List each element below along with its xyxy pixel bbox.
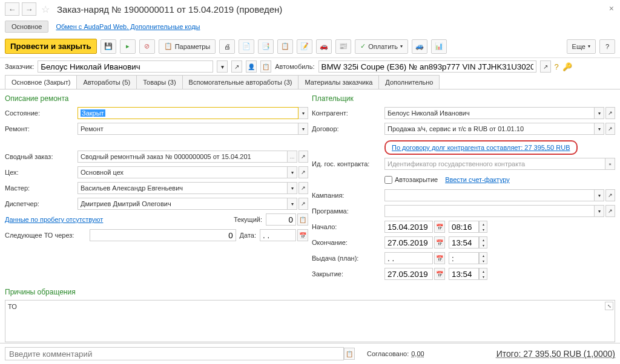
master-open[interactable]: ↗ xyxy=(298,182,308,194)
end-time-spin[interactable]: ▴▾ xyxy=(479,236,487,249)
summary-input[interactable]: Сводный ремонтный заказ № 0000000005 от … xyxy=(78,151,288,163)
total-value[interactable]: Итого: 27 395,50 RUB (1,0000) xyxy=(496,349,615,359)
start-time-input[interactable] xyxy=(449,221,479,233)
issue-time-input[interactable] xyxy=(449,252,479,264)
debt-highlight-box: По договору долг контрагента составляет:… xyxy=(384,140,578,155)
action1-button[interactable]: 📄 xyxy=(239,39,254,54)
car-input[interactable] xyxy=(318,60,536,73)
master-input[interactable]: Васильев Александр Евгеньевич xyxy=(78,182,288,194)
close-calendar[interactable]: 📅 xyxy=(434,268,445,280)
key-icon[interactable]: 🔑 xyxy=(562,62,572,71)
pay-button[interactable]: ✓Оплатить▾ xyxy=(355,39,408,54)
debt-link[interactable]: По договору долг контрагента составляет:… xyxy=(392,144,570,151)
counterparty-open[interactable]: ↗ xyxy=(605,107,615,119)
shop-open[interactable]: ↗ xyxy=(298,166,308,178)
repair-input[interactable]: Ремонт xyxy=(78,123,298,135)
help-button[interactable]: ? xyxy=(599,39,615,54)
customer-icon2[interactable]: 📋 xyxy=(260,60,271,73)
counterparty-dropdown[interactable]: ▾ xyxy=(595,107,604,119)
program-open[interactable]: ↗ xyxy=(605,205,615,217)
favorite-star-icon[interactable]: ☆ xyxy=(39,2,52,16)
tab-works[interactable]: Авторабо​ты (5) xyxy=(76,75,137,89)
nav-forward-button[interactable]: → xyxy=(22,2,36,16)
program-input[interactable] xyxy=(384,205,595,217)
current-calc[interactable]: 📋 xyxy=(297,213,308,226)
comment-input[interactable] xyxy=(5,347,344,360)
contract-dropdown[interactable]: ▾ xyxy=(595,123,604,135)
next-to-input[interactable] xyxy=(90,229,236,241)
close-date-input[interactable] xyxy=(384,268,433,280)
post-and-close-button[interactable]: Провести и закрыть xyxy=(5,39,97,54)
print-button[interactable]: 🖨 xyxy=(219,39,235,54)
tab-aux-works[interactable]: Вспомогательные автоработы (3) xyxy=(182,75,299,89)
tab-additional[interactable]: Дополнительно xyxy=(378,75,440,89)
campaign-open[interactable]: ↗ xyxy=(605,189,615,201)
gov-input[interactable]: Идентификатор государственного контракта xyxy=(384,158,605,170)
reasons-expand[interactable]: ⤡ xyxy=(605,302,613,310)
approved-value[interactable]: 0,00 xyxy=(411,350,424,357)
end-date-input[interactable] xyxy=(384,236,433,249)
issue-date-input[interactable] xyxy=(384,252,433,264)
customer-input[interactable] xyxy=(38,60,213,73)
customer-open-button[interactable]: ▾ xyxy=(217,60,228,73)
contract-input[interactable]: Продажа з/ч, сервис и т/с в RUB от 01.01… xyxy=(384,123,595,135)
action6-button[interactable]: 📰 xyxy=(335,39,351,54)
issue-calendar[interactable]: 📅 xyxy=(434,252,445,264)
repair-dropdown[interactable]: ▾ xyxy=(298,123,308,135)
campaign-dropdown[interactable]: ▾ xyxy=(595,189,604,201)
contract-open[interactable]: ↗ xyxy=(605,123,615,135)
gov-clear[interactable]: × xyxy=(605,158,615,170)
action4-button[interactable]: 📝 xyxy=(297,39,312,54)
action3-button[interactable]: 📋 xyxy=(277,39,293,54)
action8-button[interactable]: 📊 xyxy=(431,39,447,54)
tab-customer-materials[interactable]: Материалы заказчика xyxy=(298,75,379,89)
tab-main[interactable]: Основное xyxy=(5,21,48,33)
issue-time-spin[interactable]: ▴▾ xyxy=(479,252,487,264)
comment-expand[interactable]: 📋 xyxy=(344,348,355,360)
start-time-spin[interactable]: ▴▾ xyxy=(479,221,487,233)
reasons-textarea[interactable]: ТО ⤡ xyxy=(5,300,615,342)
post-button[interactable]: ▸ xyxy=(120,39,136,54)
mileage-link[interactable]: Данные по пробегу отсутствуют xyxy=(5,216,103,223)
close-time-input[interactable] xyxy=(449,268,479,280)
nav-back-button[interactable]: ← xyxy=(5,2,19,16)
customer-icon1[interactable]: 👤 xyxy=(246,60,257,73)
current-input[interactable] xyxy=(266,213,296,226)
action5-button[interactable]: 🚗 xyxy=(316,39,332,54)
close-icon[interactable]: × xyxy=(609,4,614,13)
help-icon[interactable]: ? xyxy=(555,62,559,71)
shop-dropdown[interactable]: ▾ xyxy=(288,166,297,178)
customer-link-button[interactable]: ↗ xyxy=(231,60,242,73)
unpost-button[interactable]: ⊘ xyxy=(139,39,155,54)
end-time-input[interactable] xyxy=(449,236,479,249)
program-dropdown[interactable]: ▾ xyxy=(595,205,604,217)
dispatcher-dropdown[interactable]: ▾ xyxy=(288,198,297,210)
start-date-input[interactable] xyxy=(384,221,433,233)
close-time-spin[interactable]: ▴▾ xyxy=(479,268,487,280)
exchange-link[interactable]: Обмен с AudaPad Web. Дополнительные коды xyxy=(56,23,200,30)
invoice-link[interactable]: Ввести счет-фактуру xyxy=(445,176,510,183)
save-button[interactable]: 💾 xyxy=(101,39,116,54)
shop-input[interactable]: Основной цех xyxy=(78,166,288,178)
end-calendar[interactable]: 📅 xyxy=(434,236,445,249)
campaign-input[interactable] xyxy=(384,189,595,201)
start-calendar[interactable]: 📅 xyxy=(434,221,445,233)
next-to-calendar[interactable]: 📅 xyxy=(297,229,308,241)
action2-button[interactable]: 📑 xyxy=(258,39,274,54)
state-input[interactable]: Закрыт xyxy=(78,107,298,119)
autoclose-checkbox[interactable] xyxy=(384,176,392,184)
summary-more[interactable]: … xyxy=(288,151,297,163)
tab-goods[interactable]: Товары (3) xyxy=(136,75,182,89)
more-button[interactable]: Еще▾ xyxy=(567,39,596,54)
params-button[interactable]: 📋Параметры xyxy=(159,39,216,54)
summary-open[interactable]: ↗ xyxy=(298,151,308,163)
master-dropdown[interactable]: ▾ xyxy=(288,182,297,194)
counterparty-input[interactable]: Белоус Николай Иванович xyxy=(384,107,595,119)
car-link-button[interactable]: ↗ xyxy=(540,60,551,73)
dispatcher-open[interactable]: ↗ xyxy=(298,198,308,210)
tab-main-closed[interactable]: Основное (Закрыт) xyxy=(5,75,77,89)
state-dropdown[interactable]: ▾ xyxy=(298,107,308,119)
dispatcher-input[interactable]: Дмитриев Дмитрий Олегович xyxy=(78,198,288,210)
next-to-date[interactable] xyxy=(260,229,296,241)
action7-button[interactable]: 🚙 xyxy=(412,39,427,54)
